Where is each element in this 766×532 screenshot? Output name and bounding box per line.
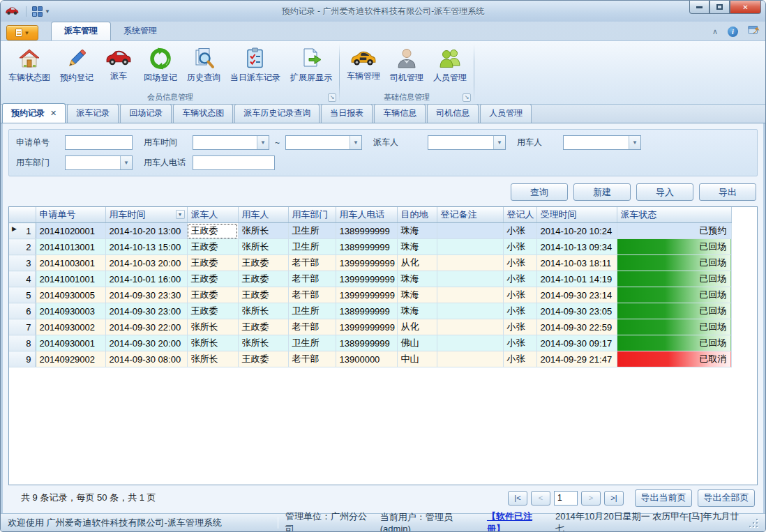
grid-cell[interactable]: 王政委	[187, 303, 238, 319]
create-button[interactable]: 新建	[573, 183, 631, 201]
grid-cell[interactable]: 卫生所	[288, 303, 336, 319]
use-time-to-combo[interactable]: ▼	[285, 135, 362, 150]
collapse-ribbon-icon[interactable]: ∧	[712, 27, 718, 36]
table-row[interactable]: ▶1201410200012014-10-20 13:00王政委张所长卫生所13…	[9, 223, 731, 239]
dispatch-status-cell[interactable]: 已回场	[617, 319, 731, 335]
use-time-from-combo[interactable]: ▼	[193, 135, 269, 150]
grid-cell[interactable]: 20141001001	[36, 271, 105, 287]
tab-driver-info[interactable]: 司机信息	[427, 104, 479, 123]
row-indicator[interactable]: 5	[9, 287, 36, 303]
dispatcher-combo[interactable]: ▼	[428, 135, 506, 150]
dispatch-status-cell[interactable]: 已回场	[617, 239, 731, 255]
column-header[interactable]: 用车部门	[288, 207, 336, 223]
grid-cell[interactable]: 2014-10-03 18:11	[536, 255, 617, 271]
grid-cell[interactable]: 小张	[503, 271, 536, 287]
grid-cell[interactable]: 王政委	[238, 271, 288, 287]
return-register-button[interactable]: 回场登记	[139, 45, 182, 85]
app-menu-button[interactable]: ▼	[6, 25, 38, 40]
grid-cell[interactable]: 小张	[503, 335, 536, 351]
grid-cell[interactable]: 珠海	[397, 239, 437, 255]
grid-cell[interactable]: 王政委	[238, 255, 288, 271]
grid-cell[interactable]: 小张	[503, 255, 536, 271]
grid-cell[interactable]: 王政委	[238, 319, 288, 335]
dispatch-status-cell[interactable]: 已取消	[617, 351, 731, 367]
grid-cell[interactable]: 老干部	[288, 351, 336, 367]
grid-cell[interactable]: 小张	[503, 223, 536, 239]
grid-cell[interactable]: 20140930005	[36, 287, 105, 303]
import-button[interactable]: 导入	[636, 183, 693, 201]
close-tab-icon[interactable]: ✕	[50, 109, 57, 118]
grid-cell[interactable]: 珠海	[397, 271, 437, 287]
row-indicator[interactable]: 7	[9, 319, 36, 335]
chevron-down-icon[interactable]: ▼	[257, 136, 269, 149]
grid-cell[interactable]: 2014-09-30 23:05	[536, 303, 617, 319]
tab-reservation-records[interactable]: 预约记录 ✕	[2, 103, 66, 123]
grid-cell[interactable]: 中山	[397, 351, 437, 367]
grid-cell[interactable]: 小张	[503, 319, 536, 335]
grid-cell[interactable]: 小张	[503, 287, 536, 303]
page-number-input[interactable]	[554, 491, 578, 506]
grid-cell[interactable]: 老干部	[288, 319, 336, 335]
grid-cell[interactable]: 2014-09-29 21:47	[536, 351, 617, 367]
grid-cell[interactable]	[437, 239, 503, 255]
column-header[interactable]: 派车人	[187, 207, 238, 223]
grid-cell[interactable]: 小张	[503, 351, 536, 367]
chevron-down-icon[interactable]: ▼	[120, 156, 132, 169]
ribbon-tab-system[interactable]: 系统管理	[111, 22, 170, 40]
quick-access-toolbar[interactable]: ▼	[26, 6, 50, 17]
extended-screen-button[interactable]: 扩展屏显示	[285, 45, 337, 85]
grid-cell[interactable]: 小张	[503, 303, 536, 319]
grid-cell[interactable]	[437, 255, 503, 271]
grid-cell[interactable]: 从化	[397, 255, 437, 271]
grid-cell[interactable]: 2014-09-30 08:00	[105, 351, 187, 367]
grid-cell[interactable]	[437, 319, 503, 335]
grid-cell[interactable]: 张所长	[187, 351, 238, 367]
dispatch-button[interactable]: 派车	[98, 45, 139, 84]
column-header[interactable]: 用车人电话	[336, 207, 397, 223]
grid-cell[interactable]: 20141013001	[36, 239, 105, 255]
row-indicator[interactable]: 2	[9, 239, 36, 255]
grid-cell[interactable]: 张所长	[238, 303, 288, 319]
grid-cell[interactable]: 2014-09-30 22:00	[105, 319, 187, 335]
table-row[interactable]: 8201409300012014-09-30 20:00张所长张所长卫生所138…	[9, 335, 731, 351]
grid-cell[interactable]: 13999999999	[336, 287, 397, 303]
grid-cell[interactable]: 王政委	[238, 287, 288, 303]
grid-cell[interactable]: 20141020001	[36, 223, 105, 239]
grid-cell[interactable]: 20141003001	[36, 255, 105, 271]
row-indicator[interactable]: ▶1	[9, 223, 36, 239]
driver-management-button[interactable]: 司机管理	[385, 45, 428, 85]
table-row[interactable]: 2201410130012014-10-13 15:00王政委张所长卫生所138…	[9, 239, 731, 255]
grid-cell[interactable]: 2014-10-01 16:00	[105, 271, 187, 287]
export-all-pages-button[interactable]: 导出全部页	[698, 489, 755, 507]
tab-dispatch-records[interactable]: 派车记录	[67, 104, 119, 123]
prev-page-button[interactable]: <	[531, 491, 550, 506]
tab-dispatch-history-query[interactable]: 派车历史记录查询	[234, 104, 320, 123]
license-link[interactable]: 【软件已注册】	[487, 510, 548, 532]
table-row[interactable]: 6201409300032014-09-30 23:00王政委张所长卫生所138…	[9, 303, 731, 319]
ribbon-tab-dispatch[interactable]: 派车管理	[51, 22, 111, 40]
query-button[interactable]: 查询	[511, 183, 568, 201]
grid-cell[interactable]: 张所长	[238, 239, 288, 255]
vehicle-status-map-button[interactable]: 车辆状态图	[3, 45, 55, 85]
grid-cell[interactable]: 张所长	[238, 335, 288, 351]
grid-cell[interactable]: 珠海	[397, 223, 437, 239]
tab-vehicle-info[interactable]: 车辆信息	[374, 104, 426, 123]
dispatch-status-cell[interactable]: 已回场	[617, 271, 731, 287]
grid-cell[interactable]: 2014-10-01 14:19	[536, 271, 617, 287]
next-page-button[interactable]: >	[581, 491, 601, 506]
grid-cell[interactable]: 2014-09-30 20:00	[105, 335, 187, 351]
skin-gallery-icon[interactable]	[748, 25, 760, 38]
personnel-management-button[interactable]: 人员管理	[428, 45, 472, 85]
grid-cell[interactable]: 小张	[503, 239, 536, 255]
grid-cell[interactable]: 珠海	[397, 303, 437, 319]
row-indicator[interactable]: 6	[9, 303, 36, 319]
tab-daily-report[interactable]: 当日报表	[321, 104, 373, 123]
dispatch-status-cell[interactable]: 已回场	[617, 335, 731, 351]
column-header[interactable]: 用车时间▼	[105, 207, 187, 223]
grid-cell[interactable]: 2014-10-13 15:00	[105, 239, 187, 255]
grid-cell[interactable]: 20140930002	[36, 319, 105, 335]
column-header[interactable]: 登记人	[503, 207, 536, 223]
grid-cell[interactable]: 王政委	[187, 239, 238, 255]
chevron-down-icon[interactable]: ▼	[629, 136, 640, 149]
grid-cell[interactable]: 13999999999	[336, 255, 397, 271]
